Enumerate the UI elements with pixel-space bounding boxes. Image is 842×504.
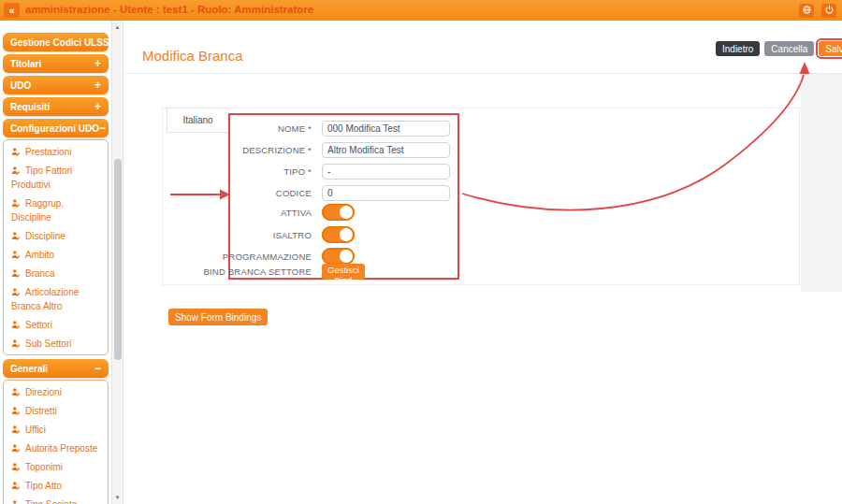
sidebar-item-direzioni[interactable]: Direzioni bbox=[4, 382, 108, 401]
descrizione-input[interactable] bbox=[322, 142, 450, 158]
sidebar-item-label: Uffici bbox=[25, 425, 46, 435]
sidebar-item-sub-settori[interactable]: Sub Settori bbox=[4, 334, 108, 353]
sidebar-item-prestazioni[interactable]: Prestazioni bbox=[4, 142, 108, 161]
show-form-bindings-button[interactable]: Show Form Bindings bbox=[168, 309, 268, 325]
nome-input[interactable] bbox=[322, 121, 450, 137]
sidebar-item-tipo-atto[interactable]: Tipo Atto bbox=[4, 476, 108, 495]
section-label: UDO bbox=[10, 80, 94, 91]
toggle-knob bbox=[340, 228, 353, 241]
sidebar-header-generali[interactable]: Generali − bbox=[3, 359, 109, 378]
sidebar-item-label: Prestazioni bbox=[25, 147, 71, 157]
tipo-input[interactable] bbox=[322, 164, 450, 180]
minus-icon: − bbox=[94, 362, 101, 375]
back-button[interactable]: Indietro bbox=[716, 41, 760, 56]
sidebar-header-requisiti[interactable]: Requisiti + bbox=[3, 97, 109, 116]
field-label-codice: CODICE bbox=[181, 188, 312, 198]
sidebar-section-generali: Generali − Direzioni Distretti Uffici Au… bbox=[3, 359, 109, 504]
sidebar-item-tipo-societa[interactable]: Tipo Societa bbox=[4, 495, 108, 504]
plus-icon: + bbox=[94, 79, 101, 92]
sidebar-submenu-generali: Direzioni Distretti Uffici Autorita Prep… bbox=[3, 380, 109, 504]
form-card: Italiano NOME * DESCRIZIONE * TIPO * COD… bbox=[162, 108, 800, 285]
sidebar-item-label: Tipo Societa bbox=[25, 499, 77, 504]
toggle-knob bbox=[340, 206, 353, 219]
sidebar-item-label: Autorita Preposte bbox=[25, 443, 97, 454]
sidebar-item-uffici[interactable]: Uffici bbox=[4, 420, 108, 439]
page-title: Modifica Branca bbox=[142, 48, 243, 64]
sidebar-scrollbar[interactable]: ▲ ▼ bbox=[111, 21, 123, 504]
page: « amministrazione - Utente : test1 - Ruo… bbox=[0, 0, 842, 504]
plus-icon: + bbox=[94, 100, 101, 113]
section-label: Titolari bbox=[10, 59, 94, 69]
sidebar-item-discipline[interactable]: Discipline bbox=[4, 226, 108, 245]
sidebar-item-autorita-preposte[interactable]: Autorita Preposte bbox=[4, 439, 108, 457]
sidebar-header-gestione-codici-ulss[interactable]: Gestione Codici ULSS + bbox=[3, 33, 109, 51]
sidebar-section-configurazioni-udo: Configurazioni UDO − Prestazioni Tipo Fa… bbox=[3, 119, 109, 355]
sidebar-item-tipo-fattori-produttivi[interactable]: Tipo Fattori Produttivi bbox=[4, 161, 108, 194]
attiva-toggle[interactable] bbox=[322, 204, 355, 221]
sidebar-item-distretti[interactable]: Distretti bbox=[4, 401, 108, 420]
sidebar-item-label: Ambito bbox=[25, 250, 54, 260]
globe-icon bbox=[802, 4, 812, 18]
sidebar-item-label: Settori bbox=[25, 320, 52, 330]
isaltro-toggle[interactable] bbox=[322, 226, 355, 243]
power-icon bbox=[824, 4, 835, 18]
sidebar-section-udo: UDO + bbox=[3, 76, 109, 94]
app-title: amministrazione - Utente : test1 - Ruolo… bbox=[25, 4, 313, 15]
sidebar-item-toponimi[interactable]: Toponimi bbox=[4, 457, 108, 476]
programmazione-toggle[interactable] bbox=[322, 248, 355, 265]
sidebar-section-titolari: Titolari + bbox=[3, 54, 109, 73]
section-label: Configurazioni UDO bbox=[10, 123, 99, 134]
sidebar-header-titolari[interactable]: Titolari + bbox=[3, 54, 109, 73]
sidebar-item-articolazione-branca-altro[interactable]: Articolazione Branca Altro bbox=[4, 282, 108, 315]
sidebar-submenu-configurazioni-udo: Prestazioni Tipo Fattori Produttivi Ragg… bbox=[3, 139, 109, 355]
sidebar-header-configurazioni-udo[interactable]: Configurazioni UDO − bbox=[3, 119, 109, 137]
sidebar-item-label: Sub Settori bbox=[25, 338, 71, 349]
codice-input[interactable] bbox=[322, 185, 450, 201]
field-label-descrizione: DESCRIZIONE * bbox=[181, 145, 312, 155]
scrollbar-thumb[interactable] bbox=[114, 159, 122, 360]
content-right-strip bbox=[801, 74, 842, 292]
section-label: Gestione Codici ULSS bbox=[10, 37, 109, 48]
sidebar: Gestione Codici ULSS + Titolari + UDO + … bbox=[0, 21, 111, 504]
logout-button[interactable] bbox=[821, 4, 836, 18]
sidebar-item-label: Tipo Atto bbox=[25, 481, 62, 491]
title-separator bbox=[123, 73, 842, 74]
section-label: Generali bbox=[10, 364, 94, 374]
plus-icon: + bbox=[94, 57, 101, 70]
sidebar-section-gestione-codici-ulss: Gestione Codici ULSS + bbox=[3, 33, 109, 51]
sidebar-item-label: Branca bbox=[25, 268, 55, 279]
save-button[interactable]: Salva bbox=[819, 41, 842, 56]
sidebar-section-requisiti: Requisiti + bbox=[3, 97, 109, 116]
field-label-programmazione: PROGRAMMAZIONE bbox=[181, 252, 312, 262]
sidebar-item-label: Toponimi bbox=[25, 462, 63, 472]
sidebar-item-label: Direzioni bbox=[25, 387, 62, 397]
sidebar-header-udo[interactable]: UDO + bbox=[3, 76, 109, 94]
field-label-attiva: ATTIVA bbox=[181, 208, 312, 218]
action-bar: Indietro Cancella Salva bbox=[716, 41, 842, 56]
field-label-isaltro: ISALTRO bbox=[181, 230, 312, 240]
gestisci-bind-branca-settore-button[interactable]: Gestisci Bind Branca Settore bbox=[322, 264, 365, 280]
sidebar-item-label: Articolazione Branca Altro bbox=[11, 287, 79, 311]
scroll-up-icon[interactable]: ▲ bbox=[112, 24, 123, 30]
field-label-nome: NOME * bbox=[181, 123, 312, 134]
field-label-tipo: TIPO * bbox=[181, 166, 312, 177]
sidebar-item-branca[interactable]: Branca bbox=[4, 264, 108, 282]
sidebar-item-raggrup-discipline[interactable]: Raggrup. Discipline bbox=[4, 194, 108, 226]
sidebar-item-settori[interactable]: Settori bbox=[4, 315, 108, 334]
sidebar-item-label: Discipline bbox=[25, 231, 65, 241]
section-label: Requisiti bbox=[10, 102, 94, 112]
toggle-knob bbox=[340, 250, 353, 263]
sidebar-collapse-button[interactable]: « bbox=[4, 3, 20, 18]
scroll-down-icon[interactable]: ▼ bbox=[112, 495, 123, 500]
sidebar-item-label: Distretti bbox=[25, 406, 57, 416]
sidebar-item-ambito[interactable]: Ambito bbox=[4, 245, 108, 264]
field-label-bind-branca-settore: BIND BRANCA SETTORE bbox=[181, 266, 312, 277]
minus-icon: − bbox=[99, 122, 106, 135]
app-header: « amministrazione - Utente : test1 - Ruo… bbox=[0, 0, 842, 21]
language-button[interactable] bbox=[799, 4, 814, 18]
cancel-button[interactable]: Cancella bbox=[764, 41, 814, 56]
